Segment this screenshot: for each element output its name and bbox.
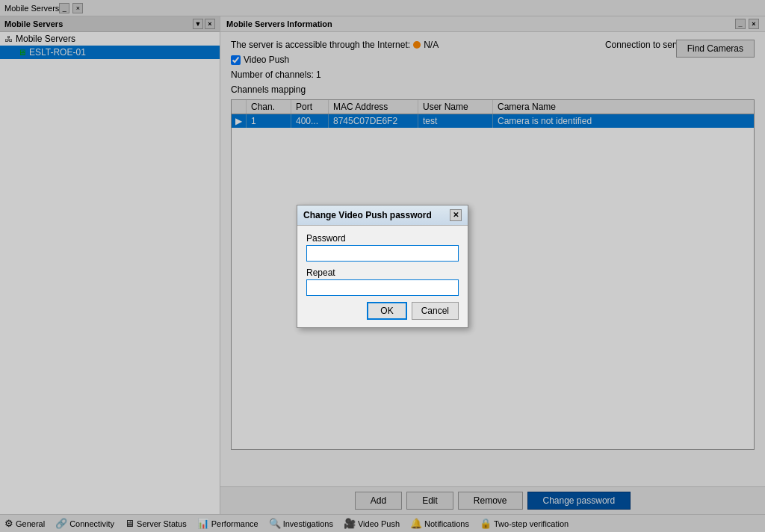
repeat-label: Repeat (306, 267, 459, 278)
password-input[interactable] (306, 245, 459, 262)
modal-close-button[interactable]: ✕ (450, 209, 462, 221)
modal-cancel-button[interactable]: Cancel (412, 302, 459, 320)
password-label: Password (306, 233, 459, 244)
modal-header: Change Video Push password ✕ (297, 205, 468, 226)
change-password-modal: Change Video Push password ✕ Password Re… (297, 205, 468, 328)
repeat-input[interactable] (306, 279, 459, 296)
repeat-field: Repeat (306, 267, 459, 296)
password-field: Password (306, 233, 459, 262)
modal-body: Password Repeat OK Cancel (297, 226, 468, 327)
modal-buttons: OK Cancel (306, 302, 459, 320)
modal-overlay: Change Video Push password ✕ Password Re… (0, 0, 765, 532)
modal-ok-button[interactable]: OK (367, 302, 406, 320)
modal-title: Change Video Push password (303, 210, 432, 220)
